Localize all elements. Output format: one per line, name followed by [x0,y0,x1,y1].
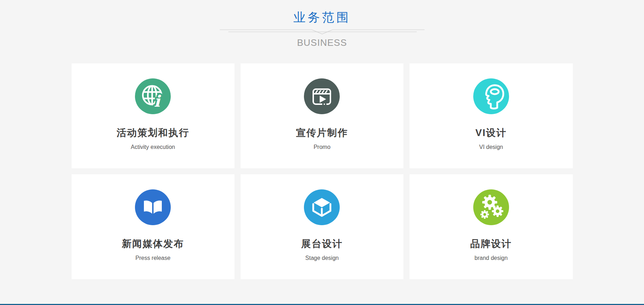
clapperboard-play-icon [304,78,340,114]
card-subtitle: VI design [410,144,572,150]
section-title: 业务范围 [0,11,644,24]
card-subtitle: brand design [410,255,572,261]
service-card-promo[interactable]: 宣传片制作 Promo [241,63,403,168]
globe-info-icon: i [135,78,171,114]
card-title: 新闻媒体发布 [72,237,234,250]
head-profile-icon [473,78,509,114]
section-subtitle: BUSINESS [0,37,644,48]
service-card-vi-design[interactable]: VI设计 VI design [410,63,572,168]
cube-icon [304,189,340,225]
card-title: 活动策划和执行 [72,126,234,139]
card-title: VI设计 [410,126,572,139]
services-grid: i 活动策划和执行 Activity execution [72,63,573,279]
card-subtitle: Press release [72,255,234,261]
divider-chevron-lines [220,29,425,35]
service-card-press-release[interactable]: 新闻媒体发布 Press release [72,174,234,279]
card-title: 品牌设计 [410,237,572,250]
service-card-activity-execution[interactable]: i 活动策划和执行 Activity execution [72,63,234,168]
card-title: 展台设计 [241,237,403,250]
card-subtitle: Activity execution [72,144,234,150]
section-header: 业务范围 BUSINESS [0,0,644,48]
gears-icon [473,189,509,225]
open-book-icon [135,189,171,225]
card-subtitle: Stage design [241,255,403,261]
service-card-stage-design[interactable]: 展台设计 Stage design [241,174,403,279]
service-card-brand-design[interactable]: 品牌设计 brand design [410,174,572,279]
card-title: 宣传片制作 [241,126,403,139]
card-subtitle: Promo [241,144,403,150]
title-divider [220,29,425,35]
